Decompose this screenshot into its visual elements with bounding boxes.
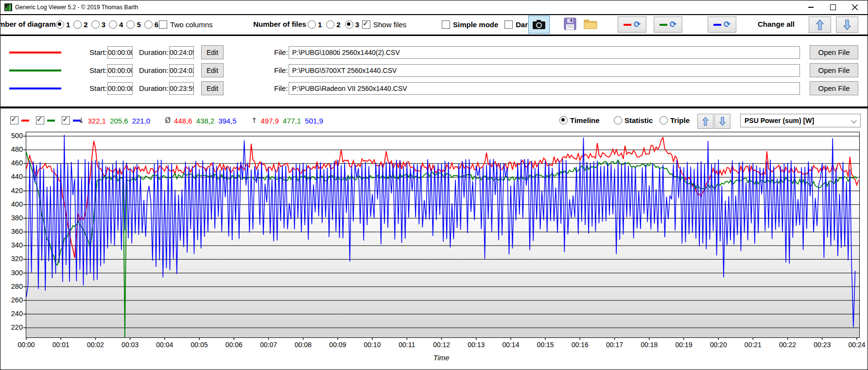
x-axis-label: 00:22: [776, 341, 799, 349]
start-time-input-3[interactable]: [107, 82, 133, 95]
file-count-radio-group: 1 2 3: [308, 20, 359, 29]
number-of-files-label: Number of files: [253, 20, 306, 28]
mode-statistic-radio[interactable]: Statistic: [614, 116, 653, 124]
timeline-plot[interactable]: [26, 132, 860, 338]
max-icon: ↑: [251, 116, 258, 125]
generic-log-viewer-window: { "window": { "title": "Generic Log View…: [0, 0, 868, 370]
radio-icon: [326, 20, 334, 29]
y-axis-label: 340: [1, 241, 23, 249]
refresh-icon: ⟳: [634, 20, 641, 29]
radio-icon: [614, 116, 622, 124]
file-count-2[interactable]: 2: [326, 20, 340, 29]
radio-icon: [91, 20, 100, 29]
edit-button-1[interactable]: Edit: [201, 45, 224, 59]
file-count-1[interactable]: 1: [308, 20, 322, 29]
y-axis-label: 500: [1, 132, 23, 140]
x-axis-title: Time: [417, 353, 466, 362]
radio-icon: [73, 20, 82, 29]
y-axis-label: 320: [1, 255, 23, 263]
x-axis-label: 00:09: [326, 341, 349, 349]
y-axis-label: 480: [1, 145, 23, 153]
x-axis-label: 00:00: [15, 341, 38, 349]
open-folder-button[interactable]: [583, 17, 598, 31]
file-path-input-1[interactable]: [289, 46, 800, 59]
mode-triple-radio[interactable]: Triple: [660, 116, 690, 124]
diagram-count-3[interactable]: 3: [91, 20, 105, 29]
mode-timeline-radio[interactable]: Timeline: [559, 116, 600, 124]
minimize-button[interactable]: [800, 0, 822, 14]
diagram-count-6[interactable]: 6: [144, 20, 158, 29]
radio-icon: [109, 20, 117, 29]
arrow-down-icon: [843, 19, 851, 30]
arrow-down-icon: [719, 117, 726, 126]
open-file-button-3[interactable]: Open File: [810, 81, 858, 95]
max-value-series-2: 477,1: [283, 117, 301, 125]
change-all-up-button[interactable]: [809, 17, 831, 33]
series-3-checkbox[interactable]: [62, 116, 70, 124]
series-3-color-dash: [713, 24, 721, 26]
duration-input-3[interactable]: [169, 82, 194, 95]
series-toggle-row: [10, 116, 83, 124]
series-1-color-dash: [624, 24, 631, 26]
start-label: Start:: [89, 48, 107, 56]
maximize-icon: [830, 4, 836, 10]
reload-file-1-button[interactable]: ⟳: [618, 17, 646, 33]
screenshot-button[interactable]: [528, 16, 550, 34]
series-2-checkbox[interactable]: [36, 116, 44, 124]
edit-button-2[interactable]: Edit: [201, 63, 224, 77]
diagram-count-5[interactable]: 5: [126, 20, 140, 29]
simple-mode-checkbox[interactable]: Simple mode: [442, 20, 498, 29]
reload-file-3-button[interactable]: ⟳: [708, 17, 736, 33]
file-count-3[interactable]: 3: [345, 20, 359, 29]
radio-icon: [56, 20, 64, 29]
change-all-label: Change all: [758, 20, 795, 28]
two-columns-checkbox[interactable]: Two columns: [159, 20, 213, 29]
x-axis-label: 00:17: [603, 341, 626, 349]
camera-icon: [533, 20, 545, 29]
max-value-series-3: 501,9: [305, 117, 323, 125]
x-axis-label: 00:23: [811, 341, 834, 349]
file-label: File:: [274, 84, 288, 92]
x-axis-label: 00:06: [222, 341, 245, 349]
file-path-input-2[interactable]: [289, 64, 800, 77]
maximize-button[interactable]: [822, 0, 844, 14]
diagram-count-1[interactable]: 1: [56, 20, 70, 29]
min-value-series-1: 322,1: [88, 117, 106, 125]
metric-up-button[interactable]: [697, 114, 713, 129]
reload-file-2-button[interactable]: ⟳: [654, 17, 682, 33]
x-axis-label: 00:10: [361, 341, 384, 349]
y-axis-label: 380: [1, 214, 23, 222]
show-files-checkbox[interactable]: Show files: [362, 20, 406, 29]
app-icon: [4, 3, 12, 11]
edit-button-3[interactable]: Edit: [201, 81, 224, 95]
dark-mode-checkbox[interactable]: Dark: [504, 20, 532, 29]
x-axis-label: 00:19: [672, 341, 695, 349]
duration-label: Duration:: [139, 48, 169, 56]
start-time-input-1[interactable]: [107, 46, 133, 59]
open-file-button-2[interactable]: Open File: [810, 63, 858, 77]
duration-input-1[interactable]: [169, 46, 194, 59]
diagram-count-2[interactable]: 2: [73, 20, 87, 29]
checkbox-icon: [442, 20, 450, 29]
change-all-down-button[interactable]: [836, 17, 858, 33]
series-1-checkbox[interactable]: [10, 116, 18, 124]
x-axis-label: 00:11: [395, 341, 418, 349]
y-axis-label: 420: [1, 187, 23, 194]
metric-dropdown[interactable]: PSU Power (sum) [W]: [740, 114, 861, 127]
open-file-button-1[interactable]: Open File: [810, 45, 858, 59]
arrow-up-icon: [702, 117, 709, 126]
duration-input-2[interactable]: [169, 64, 194, 77]
titlebar-divider: [0, 14, 868, 15]
diagram-count-4[interactable]: 4: [109, 20, 123, 29]
file-path-input-3[interactable]: [289, 82, 800, 95]
start-time-input-2[interactable]: [107, 64, 133, 77]
close-button[interactable]: [844, 0, 866, 14]
x-axis-label: 00:12: [430, 341, 453, 349]
metric-down-button[interactable]: [714, 114, 730, 129]
x-axis-label: 00:08: [292, 341, 315, 349]
y-axis-label: 440: [1, 173, 23, 180]
title-bar: Generic Log Viewer 5.2 - © 2019 Thomas B…: [0, 0, 868, 14]
save-button[interactable]: [563, 17, 577, 31]
x-axis-label: 00:07: [257, 341, 280, 349]
max-value-series-1: 497,9: [260, 117, 279, 125]
